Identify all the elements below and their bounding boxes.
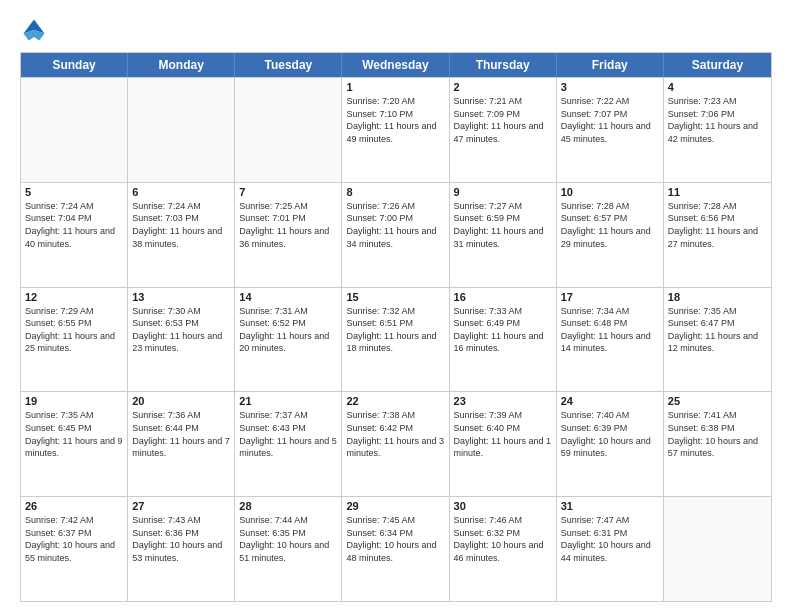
header-cell-sunday: Sunday [21, 53, 128, 77]
calendar-cell: 1Sunrise: 7:20 AM Sunset: 7:10 PM Daylig… [342, 78, 449, 182]
calendar-cell: 13Sunrise: 7:30 AM Sunset: 6:53 PM Dayli… [128, 288, 235, 392]
calendar-cell: 18Sunrise: 7:35 AM Sunset: 6:47 PM Dayli… [664, 288, 771, 392]
calendar-cell: 27Sunrise: 7:43 AM Sunset: 6:36 PM Dayli… [128, 497, 235, 601]
header-cell-saturday: Saturday [664, 53, 771, 77]
cell-text: Sunrise: 7:41 AM Sunset: 6:38 PM Dayligh… [668, 409, 767, 459]
calendar-row-4: 26Sunrise: 7:42 AM Sunset: 6:37 PM Dayli… [21, 496, 771, 601]
calendar-cell: 25Sunrise: 7:41 AM Sunset: 6:38 PM Dayli… [664, 392, 771, 496]
cell-text: Sunrise: 7:36 AM Sunset: 6:44 PM Dayligh… [132, 409, 230, 459]
calendar-cell: 3Sunrise: 7:22 AM Sunset: 7:07 PM Daylig… [557, 78, 664, 182]
day-number: 7 [239, 186, 337, 198]
day-number: 17 [561, 291, 659, 303]
day-number: 18 [668, 291, 767, 303]
calendar-cell: 20Sunrise: 7:36 AM Sunset: 6:44 PM Dayli… [128, 392, 235, 496]
day-number: 10 [561, 186, 659, 198]
day-number: 23 [454, 395, 552, 407]
cell-text: Sunrise: 7:35 AM Sunset: 6:45 PM Dayligh… [25, 409, 123, 459]
calendar-cell: 31Sunrise: 7:47 AM Sunset: 6:31 PM Dayli… [557, 497, 664, 601]
day-number: 16 [454, 291, 552, 303]
day-number: 9 [454, 186, 552, 198]
day-number: 5 [25, 186, 123, 198]
cell-text: Sunrise: 7:43 AM Sunset: 6:36 PM Dayligh… [132, 514, 230, 564]
cell-text: Sunrise: 7:20 AM Sunset: 7:10 PM Dayligh… [346, 95, 444, 145]
calendar-row-2: 12Sunrise: 7:29 AM Sunset: 6:55 PM Dayli… [21, 287, 771, 392]
day-number: 2 [454, 81, 552, 93]
cell-text: Sunrise: 7:47 AM Sunset: 6:31 PM Dayligh… [561, 514, 659, 564]
page: SundayMondayTuesdayWednesdayThursdayFrid… [0, 0, 792, 612]
day-number: 14 [239, 291, 337, 303]
calendar-cell [128, 78, 235, 182]
calendar-cell: 21Sunrise: 7:37 AM Sunset: 6:43 PM Dayli… [235, 392, 342, 496]
calendar-cell: 16Sunrise: 7:33 AM Sunset: 6:49 PM Dayli… [450, 288, 557, 392]
day-number: 26 [25, 500, 123, 512]
cell-text: Sunrise: 7:39 AM Sunset: 6:40 PM Dayligh… [454, 409, 552, 459]
header-cell-monday: Monday [128, 53, 235, 77]
calendar-cell: 24Sunrise: 7:40 AM Sunset: 6:39 PM Dayli… [557, 392, 664, 496]
calendar-cell [235, 78, 342, 182]
day-number: 28 [239, 500, 337, 512]
cell-text: Sunrise: 7:27 AM Sunset: 6:59 PM Dayligh… [454, 200, 552, 250]
logo [20, 16, 52, 44]
day-number: 15 [346, 291, 444, 303]
cell-text: Sunrise: 7:37 AM Sunset: 6:43 PM Dayligh… [239, 409, 337, 459]
calendar-cell: 26Sunrise: 7:42 AM Sunset: 6:37 PM Dayli… [21, 497, 128, 601]
day-number: 19 [25, 395, 123, 407]
cell-text: Sunrise: 7:40 AM Sunset: 6:39 PM Dayligh… [561, 409, 659, 459]
cell-text: Sunrise: 7:28 AM Sunset: 6:56 PM Dayligh… [668, 200, 767, 250]
day-number: 13 [132, 291, 230, 303]
cell-text: Sunrise: 7:22 AM Sunset: 7:07 PM Dayligh… [561, 95, 659, 145]
day-number: 30 [454, 500, 552, 512]
cell-text: Sunrise: 7:45 AM Sunset: 6:34 PM Dayligh… [346, 514, 444, 564]
calendar-cell: 17Sunrise: 7:34 AM Sunset: 6:48 PM Dayli… [557, 288, 664, 392]
day-number: 12 [25, 291, 123, 303]
day-number: 29 [346, 500, 444, 512]
calendar-cell: 23Sunrise: 7:39 AM Sunset: 6:40 PM Dayli… [450, 392, 557, 496]
cell-text: Sunrise: 7:28 AM Sunset: 6:57 PM Dayligh… [561, 200, 659, 250]
calendar-cell: 14Sunrise: 7:31 AM Sunset: 6:52 PM Dayli… [235, 288, 342, 392]
cell-text: Sunrise: 7:46 AM Sunset: 6:32 PM Dayligh… [454, 514, 552, 564]
cell-text: Sunrise: 7:38 AM Sunset: 6:42 PM Dayligh… [346, 409, 444, 459]
calendar-cell: 11Sunrise: 7:28 AM Sunset: 6:56 PM Dayli… [664, 183, 771, 287]
day-number: 11 [668, 186, 767, 198]
calendar-cell [664, 497, 771, 601]
day-number: 21 [239, 395, 337, 407]
calendar-body: 1Sunrise: 7:20 AM Sunset: 7:10 PM Daylig… [21, 77, 771, 601]
calendar-cell: 5Sunrise: 7:24 AM Sunset: 7:04 PM Daylig… [21, 183, 128, 287]
calendar-cell: 10Sunrise: 7:28 AM Sunset: 6:57 PM Dayli… [557, 183, 664, 287]
day-number: 8 [346, 186, 444, 198]
cell-text: Sunrise: 7:23 AM Sunset: 7:06 PM Dayligh… [668, 95, 767, 145]
calendar-cell: 9Sunrise: 7:27 AM Sunset: 6:59 PM Daylig… [450, 183, 557, 287]
day-number: 31 [561, 500, 659, 512]
header-cell-friday: Friday [557, 53, 664, 77]
cell-text: Sunrise: 7:29 AM Sunset: 6:55 PM Dayligh… [25, 305, 123, 355]
calendar-cell: 15Sunrise: 7:32 AM Sunset: 6:51 PM Dayli… [342, 288, 449, 392]
calendar-cell: 12Sunrise: 7:29 AM Sunset: 6:55 PM Dayli… [21, 288, 128, 392]
calendar-cell: 2Sunrise: 7:21 AM Sunset: 7:09 PM Daylig… [450, 78, 557, 182]
cell-text: Sunrise: 7:31 AM Sunset: 6:52 PM Dayligh… [239, 305, 337, 355]
calendar-cell: 7Sunrise: 7:25 AM Sunset: 7:01 PM Daylig… [235, 183, 342, 287]
cell-text: Sunrise: 7:25 AM Sunset: 7:01 PM Dayligh… [239, 200, 337, 250]
cell-text: Sunrise: 7:24 AM Sunset: 7:03 PM Dayligh… [132, 200, 230, 250]
calendar-cell: 30Sunrise: 7:46 AM Sunset: 6:32 PM Dayli… [450, 497, 557, 601]
day-number: 20 [132, 395, 230, 407]
cell-text: Sunrise: 7:30 AM Sunset: 6:53 PM Dayligh… [132, 305, 230, 355]
calendar-row-3: 19Sunrise: 7:35 AM Sunset: 6:45 PM Dayli… [21, 391, 771, 496]
header [20, 16, 772, 44]
day-number: 27 [132, 500, 230, 512]
cell-text: Sunrise: 7:42 AM Sunset: 6:37 PM Dayligh… [25, 514, 123, 564]
calendar-cell: 4Sunrise: 7:23 AM Sunset: 7:06 PM Daylig… [664, 78, 771, 182]
cell-text: Sunrise: 7:44 AM Sunset: 6:35 PM Dayligh… [239, 514, 337, 564]
cell-text: Sunrise: 7:24 AM Sunset: 7:04 PM Dayligh… [25, 200, 123, 250]
calendar-cell: 6Sunrise: 7:24 AM Sunset: 7:03 PM Daylig… [128, 183, 235, 287]
cell-text: Sunrise: 7:34 AM Sunset: 6:48 PM Dayligh… [561, 305, 659, 355]
calendar-cell: 28Sunrise: 7:44 AM Sunset: 6:35 PM Dayli… [235, 497, 342, 601]
day-number: 1 [346, 81, 444, 93]
calendar-header-row: SundayMondayTuesdayWednesdayThursdayFrid… [21, 53, 771, 77]
calendar-row-1: 5Sunrise: 7:24 AM Sunset: 7:04 PM Daylig… [21, 182, 771, 287]
calendar-cell: 22Sunrise: 7:38 AM Sunset: 6:42 PM Dayli… [342, 392, 449, 496]
cell-text: Sunrise: 7:21 AM Sunset: 7:09 PM Dayligh… [454, 95, 552, 145]
day-number: 25 [668, 395, 767, 407]
header-cell-wednesday: Wednesday [342, 53, 449, 77]
day-number: 24 [561, 395, 659, 407]
calendar-row-0: 1Sunrise: 7:20 AM Sunset: 7:10 PM Daylig… [21, 77, 771, 182]
